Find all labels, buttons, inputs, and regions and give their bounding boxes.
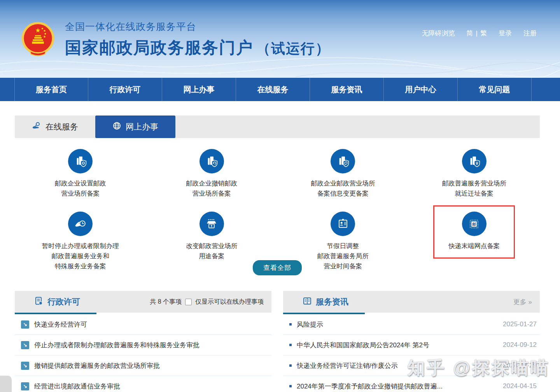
storefront-icon [200, 212, 224, 236]
service-hand-icon [32, 121, 41, 133]
admin-item-stop-limit-approval[interactable]: ↘ 停止办理或者限制办理邮政普遍服务和特殊服务业务审批 [15, 335, 271, 355]
service-news-panel: 服务资讯 更多 » 风险提示 2025-01-27 中华人民共和国国家邮政局公告… [283, 291, 540, 392]
bullet-icon [289, 323, 292, 326]
tab-label: 在线服务 [46, 121, 78, 132]
trial-run-label: （试运行） [256, 40, 330, 56]
bullet-icon [289, 344, 292, 346]
service-item-revoke-premises[interactable]: 邮政企业撤销邮政 营业场所备案 [146, 149, 278, 198]
tab-label: 网上办事 [126, 121, 158, 132]
page-header: 全国一体化在线政务服务平台 国家邮政局政务服务门户（试运行） 无障碍浏览 简 |… [0, 0, 560, 78]
nav-item-online-affairs[interactable]: 网上办事 [162, 78, 236, 101]
nav-item-online-service[interactable]: 在线服务 [236, 78, 310, 101]
login-link[interactable]: 登录 [499, 29, 512, 38]
corner-arrow-icon: ↘ [21, 382, 29, 390]
news-item-license-cancellation[interactable]: 快递业务经营许可证注销/作废公示 2024-08-29 [283, 355, 540, 376]
item-count-label: 共 8 个事项 [150, 298, 182, 306]
service-label: 邮政企业设置邮政 营业场所备案 [55, 178, 106, 198]
news-date: 2024-04-15 [497, 382, 537, 390]
panel-title: 行政许可 [47, 296, 80, 307]
register-link[interactable]: 注册 [523, 29, 537, 38]
corner-arrow-icon: ↘ [21, 320, 29, 329]
service-label: 邮政普遍服务营业场所 就近迁址备案 [442, 178, 506, 198]
news-item-risk-notice[interactable]: 风险提示 2025-01-27 [283, 314, 540, 335]
service-label: 邮政企业撤销邮政 营业场所备案 [186, 178, 237, 198]
svg-text:邮: 邮 [472, 222, 476, 226]
language-divider: | [476, 30, 478, 37]
corner-arrow-icon: ↘ [21, 341, 29, 349]
news-date: 2024-08-29 [497, 362, 537, 369]
service-label: 改变邮政营业场所 用途备案 [186, 241, 237, 261]
platform-subtitle: 全国一体化在线政务服务平台 [65, 20, 330, 33]
main-navigation: 服务首页 行政许可 网上办事 在线服务 服务资讯 用户中心 常见问题 [0, 78, 560, 101]
bullet-icon [289, 364, 292, 367]
nav-item-service-news[interactable]: 服务资讯 [310, 78, 384, 101]
news-item-announcement-no2[interactable]: 中华人民共和国国家邮政局公告2024年 第2号 2024-09-12 [283, 335, 540, 355]
simplified-chinese-link[interactable]: 简 [467, 29, 473, 38]
nav-item-faq[interactable]: 常见问题 [458, 78, 532, 101]
national-emblem-logo [19, 20, 56, 61]
bullet-icon [289, 385, 292, 387]
building-shield-gear-icon [68, 149, 93, 173]
service-tabs: 在线服务 网上办事 [15, 116, 540, 138]
online-only-label: 仅显示可以在线办理事项 [195, 298, 264, 306]
tab-online-service[interactable]: 在线服务 [15, 116, 95, 138]
document-seal-icon [34, 296, 44, 308]
nav-item-admin-license[interactable]: 行政许可 [88, 78, 162, 101]
building-shield-sync-icon [331, 149, 355, 173]
online-only-checkbox[interactable] [185, 299, 192, 305]
admin-item-cross-border-approval[interactable]: ↘ 经营进出境邮政通信业务审批 [15, 376, 271, 392]
service-item-relocation[interactable]: 邮政普遍服务营业场所 就近迁址备案 [409, 149, 540, 198]
page-title: 国家邮政局政务服务门户（试运行） [65, 37, 330, 59]
service-item-setup-premises[interactable]: 邮政企业设置邮政 营业场所备案 [15, 149, 146, 198]
accessibility-link[interactable]: 无障碍浏览 [422, 29, 455, 38]
admin-license-header: 行政许可 共 8 个事项 仅显示可以在线办理事项 [15, 291, 271, 313]
language-switch: 简 | 繁 [467, 29, 487, 38]
service-item-change-record-info[interactable]: 邮政企业邮政营业场所 备案信息变更备案 [277, 149, 409, 198]
building-shield-location-icon [462, 149, 486, 173]
services-grid: 邮政企业设置邮政 营业场所备案 邮政企业撤销邮政 营业场所备案 [15, 149, 540, 271]
postal-stamp-icon: 邮 [462, 212, 486, 236]
more-link[interactable]: 更多 » [513, 298, 532, 306]
admin-item-express-license[interactable]: ↘ 快递业务经营许可 [15, 314, 271, 335]
building-shield-undo-icon [200, 149, 224, 173]
side-widget-handle[interactable] [0, 376, 12, 392]
service-label: 快递末端网点备案 [448, 241, 500, 251]
admin-item-revoke-premises-approval[interactable]: ↘ 撤销提供邮政普遍服务的邮政营业场所审批 [15, 355, 271, 376]
view-all-button[interactable]: 查看全部 [253, 260, 302, 275]
id-card-icon [331, 212, 355, 236]
nav-item-user-center[interactable]: 用户中心 [384, 78, 458, 101]
service-label: 邮政企业邮政营业场所 备案信息变更备案 [311, 178, 375, 198]
panel-title: 服务资讯 [316, 296, 348, 307]
news-date: 2025-01-27 [497, 320, 537, 328]
newspaper-icon [303, 296, 312, 308]
traditional-chinese-link[interactable]: 繁 [480, 29, 487, 38]
news-date: 2024-09-12 [497, 341, 537, 349]
globe-icon [112, 121, 121, 132]
service-news-header: 服务资讯 更多 » [283, 291, 540, 313]
admin-license-panel: 行政许可 共 8 个事项 仅显示可以在线办理事项 ↘ 快递业务经营许可 ↘ 停止… [15, 291, 271, 392]
news-item-q1-2024-revocations[interactable]: 2024年第一季度准予邮政企业撤销提供邮政普遍... 2024-04-15 [283, 376, 540, 392]
header-utility-links: 无障碍浏览 简 | 繁 登录 注册 [422, 29, 537, 38]
tab-online-affairs[interactable]: 网上办事 [95, 116, 175, 138]
corner-arrow-icon: ↘ [21, 362, 29, 370]
hand-clock-icon [68, 212, 93, 236]
nav-item-home[interactable]: 服务首页 [14, 78, 88, 101]
